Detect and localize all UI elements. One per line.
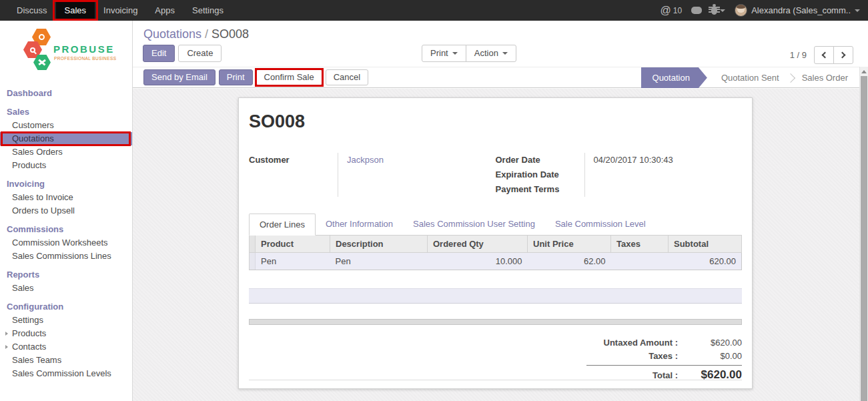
send-by-email-button[interactable]: Send by Email [143, 69, 215, 85]
chevron-down-icon [855, 9, 860, 12]
taxes-value: $0.00 [678, 350, 742, 363]
sidebar-section-commissions[interactable]: Commissions [0, 222, 132, 236]
triangle-up-icon [861, 70, 867, 73]
horizontal-scrollbar[interactable] [249, 319, 742, 325]
mentions-counter[interactable]: @ 10 [661, 5, 683, 16]
sidebar-item-products[interactable]: Products [0, 159, 132, 172]
print-button[interactable]: Print [219, 69, 253, 85]
stage-quotation[interactable]: Quotation [641, 67, 707, 88]
sidebar-item-commission-worksheets[interactable]: Commission Worksheets [0, 236, 132, 250]
breadcrumb-separator: / [205, 27, 208, 41]
scrollbar-thumb[interactable] [861, 76, 867, 401]
empty-line-row[interactable] [249, 288, 742, 304]
vertical-scrollbar[interactable] [859, 67, 868, 401]
sidebar-section-configuration[interactable]: Configuration [0, 300, 132, 314]
pager-buttons [814, 46, 853, 64]
tab-order-lines[interactable]: Order Lines [249, 214, 316, 236]
sidebar-item-sales-to-invoice[interactable]: Sales to Invoice [0, 191, 132, 204]
debug-menu[interactable] [711, 6, 725, 15]
untaxed-amount-label: Untaxed Amount : [604, 336, 678, 350]
sidebar-section-invoicing[interactable]: Invoicing [0, 177, 132, 191]
sidebar-item-settings[interactable]: Settings [0, 314, 132, 327]
sidebar: PROBUSE PROFESSIONAL BUSINESS DashboardS… [0, 21, 133, 401]
sidebar-item-sales[interactable]: Sales [0, 282, 132, 295]
sidebar-item-sales-teams[interactable]: Sales Teams [0, 354, 132, 367]
sidebar-section-reports[interactable]: Reports [0, 268, 132, 282]
sidebar-item-orders-to-upsell[interactable]: Orders to Upsell [0, 204, 132, 218]
tab-sales-commission-user-setting[interactable]: Sales Commission User Setting [403, 214, 545, 236]
user-menu[interactable]: Alexandra (Sales_comm.. [735, 4, 860, 17]
topnav-item-discuss[interactable]: Discuss [8, 0, 56, 21]
notebook: Order LinesOther InformationSales Commis… [249, 214, 742, 270]
taxes-label: Taxes : [648, 350, 678, 363]
cell-unit-price: 62.00 [528, 253, 611, 270]
edit-button[interactable]: Edit [143, 45, 175, 62]
sidebar-section-dashboard[interactable]: Dashboard [0, 86, 132, 100]
sidebar-item-contacts[interactable]: Contacts [0, 340, 132, 354]
cell-taxes [611, 253, 669, 270]
taxes-row: Taxes : $0.00 [648, 350, 742, 363]
tab-other-information[interactable]: Other Information [316, 214, 403, 236]
order-lines-table: ProductDescriptionOrdered QtyUnit PriceT… [249, 236, 742, 270]
pager-next-button[interactable] [833, 46, 853, 64]
bug-icon [711, 6, 717, 15]
topnav-item-invoicing[interactable]: Invoicing [95, 0, 146, 21]
document-sheet: SO008 Customer Jackpson Order Date Expir… [238, 97, 753, 389]
column-header-description[interactable]: Description [330, 236, 428, 253]
chevron-down-icon [452, 52, 458, 55]
sidebar-item-products[interactable]: Products [0, 327, 132, 340]
breadcrumb-current: SO008 [211, 27, 249, 41]
topnav-item-apps[interactable]: Apps [146, 0, 183, 21]
column-header-ordered-qty[interactable]: Ordered Qty [428, 236, 528, 253]
status-pipeline: QuotationQuotation SentSales Order [641, 67, 859, 88]
stage-quotation-sent[interactable]: Quotation Sent [710, 67, 791, 88]
sidebar-item-quotations[interactable]: Quotations [0, 132, 132, 145]
avatar [735, 4, 747, 17]
user-name: Alexandra (Sales_comm.. [751, 5, 851, 15]
sidebar-item-sales-commission-levels[interactable]: Sales Commission Levels [0, 367, 132, 380]
chevron-right-icon [839, 52, 846, 59]
chat-bubble-icon[interactable] [691, 7, 702, 14]
sheet-footer-divider [249, 380, 742, 380]
chevron-down-icon [720, 9, 725, 12]
cancel-button[interactable]: Cancel [326, 69, 368, 85]
tab-sale-commission-level[interactable]: Sale Commission Level [545, 214, 656, 236]
customer-value[interactable]: Jackpson [347, 153, 496, 167]
column-header-unit-price[interactable]: Unit Price [528, 236, 611, 253]
scroll-up-button[interactable] [860, 67, 868, 76]
order-date-label: Order Date [496, 153, 584, 167]
column-header-taxes[interactable]: Taxes [611, 236, 669, 253]
expiration-date-value [594, 167, 743, 182]
brand-name: PROBUSE [53, 43, 115, 55]
customer-label: Customer [249, 153, 338, 167]
sidebar-item-sales-orders[interactable]: Sales Orders [0, 145, 132, 159]
mention-count: 10 [673, 6, 682, 15]
probuse-logo: PROBUSE PROFESSIONAL BUSINESS [0, 29, 132, 78]
cell-ordered-qty: 10.000 [428, 253, 528, 270]
sidebar-item-sales-commissions-lines[interactable]: Sales Commissions Lines [0, 250, 132, 263]
create-button[interactable]: Create [178, 45, 222, 62]
sidebar-item-customers[interactable]: Customers [0, 119, 132, 132]
column-header-subtotal[interactable]: Subtotal [669, 236, 742, 253]
totals-block: Untaxed Amount : $620.00 Taxes : $0.00 T… [249, 336, 742, 382]
pager: 1 / 9 [790, 46, 853, 64]
print-dropdown-button[interactable]: Print [422, 45, 466, 62]
topnav-item-sales[interactable]: Sales [56, 0, 95, 21]
action-dropdown-button[interactable]: Action [466, 45, 516, 62]
notebook-tabs: Order LinesOther InformationSales Commis… [249, 214, 742, 236]
cell-subtotal: 620.00 [669, 253, 742, 270]
pager-previous-button[interactable] [814, 46, 834, 64]
confirm-sale-button[interactable]: Confirm Sale [256, 69, 322, 85]
stage-sales-order[interactable]: Sales Order [791, 67, 859, 88]
payment-terms-label: Payment Terms [496, 182, 584, 197]
statusbar-buttons: Send by EmailPrintConfirm SaleCancel [143, 69, 368, 85]
chevron-down-icon [502, 52, 508, 55]
topnav-item-settings[interactable]: Settings [183, 0, 232, 21]
column-header-product[interactable]: Product [256, 236, 330, 253]
sidebar-section-sales[interactable]: Sales [0, 105, 132, 119]
content-background: SO008 Customer Jackpson Order Date Expir… [133, 89, 868, 401]
row-handle[interactable] [250, 253, 256, 270]
print-action-group: Print Action [422, 45, 516, 62]
breadcrumb-quotations[interactable]: Quotations [143, 27, 201, 41]
table-row[interactable]: PenPen10.00062.00620.00 [250, 253, 742, 270]
